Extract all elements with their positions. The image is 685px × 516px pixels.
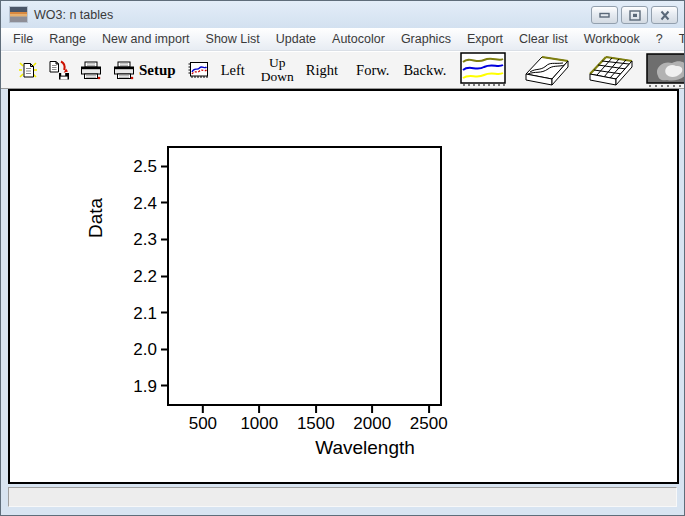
print-button[interactable] xyxy=(79,61,103,80)
menu-range[interactable]: Range xyxy=(41,32,94,46)
forward-label: Forw. xyxy=(356,62,389,79)
backward-button[interactable]: Backw. xyxy=(403,62,446,79)
menu-autocolor[interactable]: Autocolor xyxy=(324,32,393,46)
print-setup-label: Setup xyxy=(139,62,176,79)
x-tick-label: 500 xyxy=(189,415,217,432)
minimize-button[interactable] xyxy=(591,6,618,24)
app-icon xyxy=(10,7,27,22)
menu-clear-list[interactable]: Clear list xyxy=(511,32,576,46)
mesh-3d-button[interactable] xyxy=(582,52,636,88)
menu-update[interactable]: Update xyxy=(268,32,324,46)
menu-test[interactable]: Test xyxy=(671,32,685,46)
y-tick-label: 2.3 xyxy=(133,231,157,248)
y-tick-label: 2.5 xyxy=(133,158,157,175)
menu-help[interactable]: ? xyxy=(648,32,671,46)
y-tick-label: 2.1 xyxy=(133,304,157,321)
grayscale-map-icon xyxy=(646,53,685,87)
menu-export[interactable]: Export xyxy=(459,32,511,46)
surface-3d-icon xyxy=(518,52,572,88)
menu-show-list[interactable]: Show List xyxy=(198,32,268,46)
x-tick-label: 1500 xyxy=(297,415,335,432)
right-label: Right xyxy=(306,62,338,79)
close-button[interactable] xyxy=(651,6,678,24)
y-tick-label: 2.2 xyxy=(133,268,157,285)
menu-file[interactable]: File xyxy=(5,32,41,46)
x-tick-label: 2500 xyxy=(410,415,448,432)
window-controls xyxy=(591,6,678,24)
title-bar[interactable]: WO3: n tables xyxy=(1,1,684,28)
menu-bar: File Range New and import Show List Upda… xyxy=(1,28,684,51)
right-button[interactable]: Right xyxy=(306,62,338,79)
up-down-button[interactable]: Up Down xyxy=(261,56,294,84)
document-save-icon xyxy=(48,60,70,80)
import-save-button[interactable] xyxy=(48,60,70,80)
chart-canvas: Data Wavelength 2.5 2.4 2.3 2.2 2.1 2.0 … xyxy=(8,89,679,484)
new-document-icon xyxy=(17,60,39,80)
y-tick-label: 1.9 xyxy=(133,377,157,394)
app-window: WO3: n tables File Range New xyxy=(0,0,685,516)
printer-icon xyxy=(112,61,136,80)
surface-3d-button[interactable] xyxy=(518,52,572,88)
left-button[interactable]: Left xyxy=(221,62,245,79)
y-tick-label: 2.0 xyxy=(133,341,157,358)
minimize-icon xyxy=(599,10,610,20)
maximize-icon xyxy=(629,10,641,21)
line-chart-icon xyxy=(460,52,508,88)
menu-new-and-import[interactable]: New and import xyxy=(94,32,198,46)
left-label: Left xyxy=(221,62,245,79)
y-tick-label: 2.4 xyxy=(133,194,157,211)
status-bar xyxy=(8,487,677,507)
plot-area: Data Wavelength 2.5 2.4 2.3 2.2 2.1 2.0 … xyxy=(167,146,442,406)
toolbar: Setup Left Up Down Right Forw. xyxy=(1,51,684,89)
close-icon xyxy=(659,10,671,21)
x-axis-label: Wavelength xyxy=(315,437,415,459)
x-tick-label: 2000 xyxy=(353,415,391,432)
forward-button[interactable]: Forw. xyxy=(356,62,389,79)
printer-icon xyxy=(79,61,103,80)
window-title: WO3: n tables xyxy=(34,8,113,22)
grayscale-map-button[interactable] xyxy=(646,53,685,87)
small-plot-icon xyxy=(188,61,209,80)
plot-button[interactable] xyxy=(188,61,209,80)
new-file-button[interactable] xyxy=(17,60,39,80)
menu-graphics[interactable]: Graphics xyxy=(393,32,459,46)
maximize-button[interactable] xyxy=(621,6,648,24)
backward-label: Backw. xyxy=(403,62,446,79)
x-tick-label: 1000 xyxy=(240,415,278,432)
menu-workbook[interactable]: Workbook xyxy=(576,32,648,46)
up-down-label: Up Down xyxy=(261,56,294,84)
chart-2d-button[interactable] xyxy=(460,52,508,88)
print-setup-button[interactable]: Setup xyxy=(112,61,176,80)
mesh-3d-icon xyxy=(582,52,636,88)
